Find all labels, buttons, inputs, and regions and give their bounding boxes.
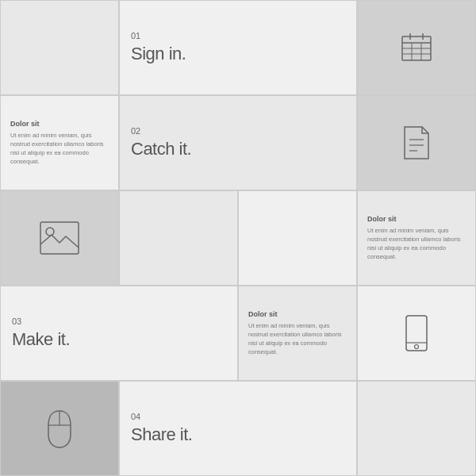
tablet-icon — [358, 286, 475, 380]
cell-r2c1-text: Dolor sit Ut enim ad minim veniam, quis … — [0, 95, 119, 190]
step-03-block: 03 Make it. — [0, 286, 238, 381]
step-04-block: 04 Share it. — [119, 381, 357, 476]
calendar-icon — [358, 1, 475, 94]
cell-r3c3 — [238, 190, 357, 286]
mouse-icon — [1, 382, 118, 475]
cell-r3c1-image — [0, 190, 119, 286]
image-icon — [1, 191, 118, 285]
svg-point-14 — [415, 345, 419, 349]
cell-r3c2 — [119, 190, 238, 286]
step-01-block: 01 Sign in. — [119, 0, 357, 95]
cell-r1c1 — [0, 0, 119, 95]
step-01-num: 01 — [131, 31, 140, 40]
document-icon — [358, 96, 475, 190]
text3-body: Ut enim ad minim veniam, quis nostrud ex… — [248, 321, 347, 357]
step-04-num: 04 — [131, 412, 140, 421]
text2-title: Dolor sit — [367, 215, 466, 223]
step-02-block: 02 Catch it. — [119, 95, 357, 190]
step-02-title: Catch it. — [131, 139, 191, 159]
cell-r4c4-tablet — [357, 286, 476, 381]
cell-r5c1-mouse — [0, 381, 119, 476]
cell-r2c4-doc — [357, 95, 476, 190]
text3-title: Dolor sit — [248, 310, 347, 318]
svg-point-12 — [46, 228, 54, 236]
cell-r4c3-text: Dolor sit Ut enim ad minim veniam, quis … — [238, 286, 357, 381]
text1-title: Dolor sit — [10, 120, 109, 128]
step-02-num: 02 — [131, 126, 140, 136]
cell-r3c4-text: Dolor sit Ut enim ad minim veniam, quis … — [357, 190, 476, 286]
svg-rect-13 — [406, 316, 427, 351]
text1-body: Ut enim ad minim veniam, quis nostrud ex… — [10, 131, 109, 167]
main-grid: 01 Sign in. Dolor sit Ut enim ad mi — [0, 0, 476, 476]
step-03-num: 03 — [12, 317, 21, 326]
step-03-title: Make it. — [12, 329, 70, 350]
svg-rect-11 — [40, 222, 79, 254]
cell-r1c4-calendar — [357, 0, 476, 95]
cell-r5c4 — [357, 381, 476, 476]
text2-body: Ut enim ad minim veniam, quis nostrud ex… — [367, 226, 466, 262]
step-01-title: Sign in. — [131, 44, 186, 64]
step-04-title: Share it. — [131, 424, 192, 445]
